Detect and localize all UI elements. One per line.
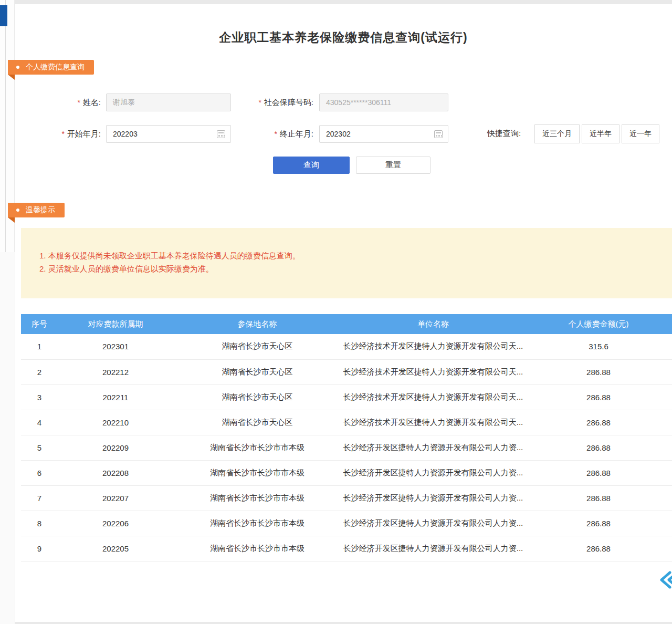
bullet-dot-icon	[16, 66, 19, 69]
table-cell: 湖南省长沙市长沙市市本级	[173, 435, 341, 460]
table-cell: 286.88	[525, 384, 672, 410]
table-cell: 8	[21, 511, 58, 536]
table-header-cell: 序号	[21, 314, 58, 334]
section-badge-personal-payment-query: 个人缴费信息查询	[8, 60, 94, 75]
corner-tab	[0, 5, 7, 26]
table-cell: 202205	[58, 536, 173, 561]
name-value: 谢旭泰	[113, 98, 225, 107]
table-cell: 长沙经济技术开发区捷特人力资源开发有限公司天...	[341, 334, 525, 359]
calendar-icon[interactable]	[434, 130, 443, 138]
table-cell: 202206	[58, 511, 173, 536]
table-cell: 286.88	[525, 460, 672, 485]
gutter-divider	[5, 0, 6, 252]
start-month-value: 202203	[113, 130, 217, 138]
table-cell: 长沙经济技术开发区捷特人力资源开发有限公司天...	[341, 410, 525, 435]
ssn-field[interactable]: 430525******306111	[319, 93, 448, 111]
table-cell: 长沙经济技术开发区捷特人力资源开发有限公司天...	[341, 384, 525, 410]
table-cell: 湖南省长沙市天心区	[173, 359, 341, 384]
table-header-cell: 对应费款所属期	[58, 314, 173, 334]
table-cell: 长沙经济开发区捷特人力资源开发有限公司人力资...	[341, 511, 525, 536]
table-row: 1202301湖南省长沙市天心区长沙经济技术开发区捷特人力资源开发有限公司天..…	[21, 334, 672, 359]
table-cell: 长沙经济技术开发区捷特人力资源开发有限公司天...	[341, 359, 525, 384]
table-cell: 1	[21, 334, 58, 359]
end-month-field[interactable]: 202302	[319, 125, 448, 143]
table-cell: 286.88	[525, 410, 672, 435]
table-cell: 湖南省长沙市长沙市市本级	[173, 485, 341, 511]
table-cell: 4	[21, 410, 58, 435]
table-cell: 286.88	[525, 359, 672, 384]
table-cell: 286.88	[525, 536, 672, 561]
calendar-icon[interactable]	[217, 130, 225, 138]
ssn-value: 430525******306111	[326, 98, 443, 107]
table-cell: 286.88	[525, 511, 672, 536]
notice-line: 2. 灵活就业人员的缴费单位信息以实际缴费为准。	[39, 262, 656, 275]
table-body: 1202301湖南省长沙市天心区长沙经济技术开发区捷特人力资源开发有限公司天..…	[21, 334, 672, 561]
table-cell: 202212	[58, 359, 173, 384]
end-month-label: * 终止年月:	[257, 125, 313, 143]
table-cell: 湖南省长沙市长沙市市本级	[173, 536, 341, 561]
required-asterisk: *	[258, 98, 261, 107]
notice-line: 1. 本服务仅提供尚未领取企业职工基本养老保险待遇人员的缴费信息查询。	[39, 249, 656, 262]
table-row: 9202205湖南省长沙市长沙市市本级长沙经济开发区捷特人力资源开发有限公司人力…	[21, 536, 672, 561]
reset-button[interactable]: 重置	[356, 157, 430, 174]
table-row: 8202206湖南省长沙市长沙市市本级长沙经济开发区捷特人力资源开发有限公司人力…	[21, 511, 672, 536]
table-row: 5202209湖南省长沙市长沙市市本级长沙经济开发区捷特人力资源开发有限公司人力…	[21, 435, 672, 460]
quick-query-group: 近三个月近半年近一年	[534, 124, 659, 143]
table-row: 4202210湖南省长沙市天心区长沙经济技术开发区捷特人力资源开发有限公司天..…	[21, 410, 672, 435]
required-asterisk: *	[77, 98, 80, 107]
table-row: 3202211湖南省长沙市天心区长沙经济技术开发区捷特人力资源开发有限公司天..…	[21, 384, 672, 410]
quick-query-label: 快捷查询:	[487, 129, 521, 139]
bullet-dot-icon	[16, 209, 19, 212]
table-cell: 湖南省长沙市天心区	[173, 334, 341, 359]
query-button[interactable]: 查询	[273, 157, 350, 174]
required-asterisk: *	[274, 130, 277, 138]
table-cell: 202208	[58, 460, 173, 485]
table-row: 2202212湖南省长沙市天心区长沙经济技术开发区捷特人力资源开发有限公司天..…	[21, 359, 672, 384]
table-cell: 9	[21, 536, 58, 561]
notice-box: 1. 本服务仅提供尚未领取企业职工基本养老保险待遇人员的缴费信息查询。2. 灵活…	[21, 228, 672, 298]
table-cell: 3	[21, 384, 58, 410]
quick-range-button-1[interactable]: 近半年	[582, 124, 620, 143]
table-cell: 6	[21, 460, 58, 485]
table-cell: 286.88	[525, 435, 672, 460]
table-cell: 202209	[58, 435, 173, 460]
table-cell: 长沙经济开发区捷特人力资源开发有限公司人力资...	[341, 460, 525, 485]
page-title: 企业职工基本养老保险缴费信息查询(试运行)	[15, 29, 672, 46]
table-header-row: 序号对应费款所属期参保地名称单位名称个人缴费金额(元)	[21, 314, 672, 334]
section-badge-notice: 温馨提示	[8, 203, 65, 217]
quick-range-button-2[interactable]: 近一年	[622, 124, 659, 143]
start-month-field[interactable]: 202203	[106, 125, 231, 143]
table-cell: 2	[21, 359, 58, 384]
table-cell: 长沙经济开发区捷特人力资源开发有限公司人力资...	[341, 435, 525, 460]
end-month-value: 202302	[326, 130, 434, 138]
table-header-cell: 个人缴费金额(元)	[525, 314, 672, 334]
section-badge-label: 个人缴费信息查询	[26, 63, 85, 72]
table-cell: 湖南省长沙市天心区	[173, 384, 341, 410]
table-cell: 长沙经济开发区捷特人力资源开发有限公司人力资...	[341, 536, 525, 561]
table-cell: 5	[21, 435, 58, 460]
table-row: 7202207湖南省长沙市长沙市市本级长沙经济开发区捷特人力资源开发有限公司人力…	[21, 485, 672, 511]
table-header-cell: 单位名称	[341, 314, 525, 334]
payment-table: 序号对应费款所属期参保地名称单位名称个人缴费金额(元) 1202301湖南省长沙…	[21, 314, 672, 561]
table-cell: 202301	[58, 334, 173, 359]
table-cell: 湖南省长沙市长沙市市本级	[173, 511, 341, 536]
ssn-label: * 社会保障号码:	[239, 93, 313, 111]
table-cell: 7	[21, 485, 58, 511]
start-month-label: * 开始年月:	[45, 125, 101, 143]
quick-range-button-0[interactable]: 近三个月	[534, 124, 580, 143]
table-cell: 湖南省长沙市天心区	[173, 410, 341, 435]
name-label: * 姓名:	[52, 93, 101, 111]
table-cell: 315.6	[525, 334, 672, 359]
table-cell: 湖南省长沙市长沙市市本级	[173, 460, 341, 485]
table-header-cell: 参保地名称	[173, 314, 341, 334]
table-row: 6202208湖南省长沙市长沙市市本级长沙经济开发区捷特人力资源开发有限公司人力…	[21, 460, 672, 485]
table-cell: 202207	[58, 485, 173, 511]
required-asterisk: *	[61, 130, 64, 138]
table-cell: 286.88	[525, 485, 672, 511]
table-cell: 202210	[58, 410, 173, 435]
section-badge-label: 温馨提示	[26, 205, 55, 215]
table-cell: 202211	[58, 384, 173, 410]
name-field[interactable]: 谢旭泰	[106, 93, 231, 111]
collapse-double-chevron-icon[interactable]	[657, 568, 672, 591]
table-cell: 长沙经济开发区捷特人力资源开发有限公司人力资...	[341, 485, 525, 511]
